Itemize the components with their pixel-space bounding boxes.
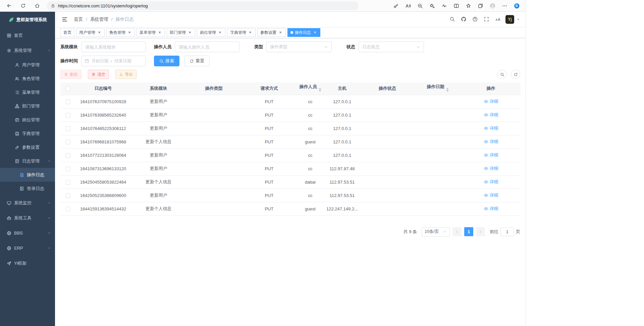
sidebar-toggle-button[interactable] [60,15,69,24]
detail-link[interactable]: 详细 [484,99,498,105]
status-select[interactable]: 日志状态 [359,42,424,52]
browser-back-button[interactable] [3,1,14,10]
row-checkbox[interactable] [66,167,70,171]
breadcrumb-item-1[interactable]: 系统管理 [90,16,108,22]
page-number-button[interactable]: 1 [464,227,473,236]
sidebar-item-13[interactable]: 系统工具 [0,210,55,225]
log-row-7[interactable]: 1642505235366809600更新用户PUTcc112.97.53.51… [60,189,521,202]
tab-1[interactable]: 用户管理× [76,28,105,37]
log-row-0[interactable]: 1641076370975100928更新用户PUTcc127.0.0.1详细 [60,95,521,108]
close-icon[interactable]: × [218,30,222,35]
sidebar-item-4[interactable]: 菜单管理 [0,85,55,99]
log-row-3[interactable]: 1641076968181075968更新个人信息PUTguest127.0.0… [60,135,521,148]
browser-collections-button[interactable] [475,1,486,10]
page-size-select[interactable]: 10条/页 [422,227,450,237]
export-button[interactable]: 导出 [115,70,137,79]
sort-caret-icon[interactable] [446,86,449,93]
sidebar-item-0[interactable]: 首页 [0,28,55,43]
browser-browser-essentials-button[interactable] [439,1,450,10]
search-button[interactable]: 搜索 [154,56,179,66]
detail-link[interactable]: 详细 [484,139,498,145]
date-range-picker[interactable]: 开始日期 - 结束日期 [81,56,146,66]
sidebar-item-1[interactable]: 系统管理 [0,43,55,58]
sidebar-item-6[interactable]: 岗位管理 [0,113,55,127]
browser-refresh-button[interactable] [17,1,29,10]
header-search-button[interactable] [447,14,457,24]
browser-zoom-out-button[interactable] [415,1,426,10]
detail-link[interactable]: 详细 [484,125,498,131]
row-checkbox[interactable] [66,113,70,118]
operator-input[interactable] [175,42,239,52]
close-icon[interactable]: × [97,30,102,35]
sidebar-item-9[interactable]: 日志管理 [0,154,55,168]
prev-page-button[interactable] [452,227,462,236]
header-fullscreen-button[interactable] [481,14,491,24]
close-icon[interactable]: × [157,30,162,35]
detail-link[interactable]: 详细 [484,179,498,185]
goto-page-input[interactable] [500,227,514,236]
tab-4[interactable]: 部门管理× [167,28,195,37]
tab-6[interactable]: 字典管理× [227,28,256,37]
row-checkbox[interactable] [66,153,70,158]
delete-button[interactable]: 删除 [60,70,82,79]
browser-split-screen-button[interactable] [451,1,462,10]
close-icon[interactable]: × [313,30,317,35]
select-all-checkbox[interactable] [66,86,70,91]
log-row-4[interactable]: 1641077221303128064更新用户PUTcc127.0.0.1详细 [60,148,521,162]
sidebar-item-15[interactable]: ERP [0,241,55,256]
header-text-size-button[interactable] [493,14,503,24]
tab-2[interactable]: 角色管理× [106,28,135,37]
sidebar-item-16[interactable]: Yi框架 [0,256,55,271]
column-header-4[interactable]: 操作人员 [297,82,324,95]
sidebar-item-2[interactable]: 用户管理 [0,58,55,72]
tab-8[interactable]: 操作日志× [287,28,320,37]
row-checkbox[interactable] [66,140,70,144]
sidebar-item-12[interactable]: 系统监控 [0,195,55,210]
log-row-2[interactable]: 1641076465225306112更新用户PUTcc127.0.0.1详细 [60,122,521,135]
log-row-6[interactable]: 1642504558053822464更新个人信息PUTdabai112.97.… [60,175,521,189]
module-input[interactable] [81,42,146,52]
row-checkbox[interactable] [66,207,70,211]
address-bar[interactable]: https://ccnetcore.com:1101/system/log/op… [47,1,359,10]
sidebar-item-3[interactable]: 角色管理 [0,72,55,85]
sidebar-item-7[interactable]: 字典管理 [0,127,55,140]
log-row-5[interactable]: 1641087313696133120更新用户PUTcc112.97.87.48… [60,162,521,175]
browser-read-aloud-button[interactable] [402,1,414,10]
header-question-button[interactable] [470,14,480,24]
close-icon[interactable]: × [187,30,192,35]
close-icon[interactable]: × [278,30,283,35]
detail-link[interactable]: 详细 [484,206,498,212]
row-checkbox[interactable] [66,126,70,131]
detail-link[interactable]: 详细 [484,192,498,198]
log-row-8[interactable]: 1644159136394514432更新个人信息PUTguest122.247… [60,202,521,215]
header-github-button[interactable] [459,14,469,24]
next-page-button[interactable] [476,227,485,236]
browser-copilot-button[interactable]: b [511,1,522,10]
tab-3[interactable]: 菜单管理× [137,28,165,37]
browser-favorite-add-button[interactable] [427,1,438,10]
row-checkbox[interactable] [66,180,70,185]
user-menu[interactable]: Yj [505,15,520,24]
app-logo[interactable]: 意框架管理系统 [0,12,55,28]
toggle-search-button[interactable] [497,70,507,79]
tab-7[interactable]: 参数设置× [257,28,286,37]
refresh-table-button[interactable] [511,70,520,79]
detail-link[interactable]: 详细 [484,152,498,158]
sidebar-item-5[interactable]: 部门管理 [0,99,55,113]
row-checkbox[interactable] [66,193,70,198]
sidebar-item-11[interactable]: 登录日志 [0,182,55,195]
detail-link[interactable]: 详细 [484,112,498,118]
log-row-1[interactable]: 1641076398565232640更新用户PUTcc127.0.0.1详细 [60,108,521,122]
breadcrumb-item-0[interactable]: 首页 [74,16,83,22]
sidebar-item-8[interactable]: 参数设置 [0,140,55,154]
browser-favorites-bar-button[interactable] [463,1,474,10]
detail-link[interactable]: 详细 [484,166,498,172]
row-checkbox[interactable] [66,100,70,104]
tab-5[interactable]: 岗位管理× [197,28,225,37]
reset-button[interactable]: 重置 [184,56,210,66]
sidebar-item-14[interactable]: BBS [0,225,55,241]
tab-0[interactable]: 首页 [60,28,74,37]
column-header-7[interactable]: 操作日期 [414,82,461,95]
browser-more-button[interactable] [499,1,510,10]
sort-caret-icon[interactable] [319,86,321,93]
